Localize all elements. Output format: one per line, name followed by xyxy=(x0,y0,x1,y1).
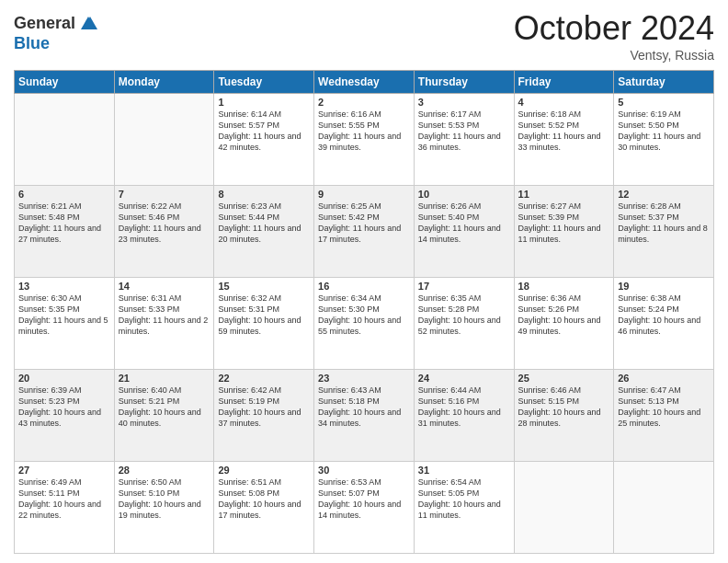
day-number: 3 xyxy=(418,97,510,108)
logo-blue-text: Blue xyxy=(14,35,99,53)
table-row: 14Sunrise: 6:31 AMSunset: 5:33 PMDayligh… xyxy=(114,278,214,370)
day-info: Sunrise: 6:35 AMSunset: 5:28 PMDaylight:… xyxy=(418,293,510,338)
table-row: 8Sunrise: 6:23 AMSunset: 5:44 PMDaylight… xyxy=(214,186,314,278)
day-info: Sunrise: 6:27 AMSunset: 5:39 PMDaylight:… xyxy=(518,201,610,246)
day-number: 25 xyxy=(518,373,610,384)
col-monday: Monday xyxy=(114,71,214,94)
table-row xyxy=(514,462,614,554)
day-number: 17 xyxy=(418,281,510,292)
day-info: Sunrise: 6:53 AMSunset: 5:07 PMDaylight:… xyxy=(318,477,410,522)
header: General Blue October 2024 Ventsy, Russia xyxy=(14,9,714,63)
table-row xyxy=(614,462,714,554)
col-tuesday: Tuesday xyxy=(214,71,314,94)
day-number: 1 xyxy=(218,97,310,108)
day-info: Sunrise: 6:54 AMSunset: 5:05 PMDaylight:… xyxy=(418,477,510,522)
col-thursday: Thursday xyxy=(414,71,514,94)
day-info: Sunrise: 6:19 AMSunset: 5:50 PMDaylight:… xyxy=(618,109,710,154)
table-row: 1Sunrise: 6:14 AMSunset: 5:57 PMDaylight… xyxy=(214,94,314,186)
table-row: 13Sunrise: 6:30 AMSunset: 5:35 PMDayligh… xyxy=(15,278,115,370)
table-row: 16Sunrise: 6:34 AMSunset: 5:30 PMDayligh… xyxy=(314,278,415,370)
day-info: Sunrise: 6:14 AMSunset: 5:57 PMDaylight:… xyxy=(218,109,310,154)
table-row: 31Sunrise: 6:54 AMSunset: 5:05 PMDayligh… xyxy=(414,462,514,554)
day-info: Sunrise: 6:47 AMSunset: 5:13 PMDaylight:… xyxy=(618,385,710,430)
calendar: Sunday Monday Tuesday Wednesday Thursday… xyxy=(14,70,714,554)
day-number: 5 xyxy=(618,97,710,108)
table-row: 23Sunrise: 6:43 AMSunset: 5:18 PMDayligh… xyxy=(314,370,415,462)
day-number: 12 xyxy=(618,189,710,200)
day-number: 29 xyxy=(218,465,310,476)
logo-general-text: General xyxy=(14,15,75,33)
logo-icon xyxy=(77,13,99,35)
table-row: 11Sunrise: 6:27 AMSunset: 5:39 PMDayligh… xyxy=(514,186,614,278)
day-number: 20 xyxy=(18,373,110,384)
table-row: 21Sunrise: 6:40 AMSunset: 5:21 PMDayligh… xyxy=(114,370,214,462)
day-info: Sunrise: 6:46 AMSunset: 5:15 PMDaylight:… xyxy=(518,385,610,430)
day-number: 26 xyxy=(618,373,710,384)
table-row: 22Sunrise: 6:42 AMSunset: 5:19 PMDayligh… xyxy=(214,370,314,462)
day-number: 7 xyxy=(119,189,210,200)
table-row xyxy=(114,94,214,186)
day-info: Sunrise: 6:28 AMSunset: 5:37 PMDaylight:… xyxy=(618,201,710,246)
day-info: Sunrise: 6:17 AMSunset: 5:53 PMDaylight:… xyxy=(418,109,510,154)
day-info: Sunrise: 6:22 AMSunset: 5:46 PMDaylight:… xyxy=(119,201,210,246)
page: General Blue October 2024 Ventsy, Russia… xyxy=(0,0,728,563)
day-number: 19 xyxy=(618,281,710,292)
calendar-week-row: 27Sunrise: 6:49 AMSunset: 5:11 PMDayligh… xyxy=(15,462,714,554)
table-row: 30Sunrise: 6:53 AMSunset: 5:07 PMDayligh… xyxy=(314,462,415,554)
logo: General Blue xyxy=(14,13,99,53)
day-number: 10 xyxy=(418,189,510,200)
day-info: Sunrise: 6:50 AMSunset: 5:10 PMDaylight:… xyxy=(119,477,210,522)
table-row: 27Sunrise: 6:49 AMSunset: 5:11 PMDayligh… xyxy=(15,462,115,554)
day-info: Sunrise: 6:31 AMSunset: 5:33 PMDaylight:… xyxy=(119,293,210,338)
day-info: Sunrise: 6:21 AMSunset: 5:48 PMDaylight:… xyxy=(18,201,110,246)
day-number: 21 xyxy=(119,373,210,384)
table-row: 17Sunrise: 6:35 AMSunset: 5:28 PMDayligh… xyxy=(414,278,514,370)
day-info: Sunrise: 6:49 AMSunset: 5:11 PMDaylight:… xyxy=(18,477,110,522)
day-number: 2 xyxy=(318,97,410,108)
title-section: October 2024 Ventsy, Russia xyxy=(514,9,714,63)
day-info: Sunrise: 6:43 AMSunset: 5:18 PMDaylight:… xyxy=(318,385,410,430)
day-info: Sunrise: 6:42 AMSunset: 5:19 PMDaylight:… xyxy=(218,385,310,430)
table-row: 3Sunrise: 6:17 AMSunset: 5:53 PMDaylight… xyxy=(414,94,514,186)
table-row: 26Sunrise: 6:47 AMSunset: 5:13 PMDayligh… xyxy=(614,370,714,462)
calendar-week-row: 20Sunrise: 6:39 AMSunset: 5:23 PMDayligh… xyxy=(15,370,714,462)
day-info: Sunrise: 6:39 AMSunset: 5:23 PMDaylight:… xyxy=(18,385,110,430)
day-info: Sunrise: 6:38 AMSunset: 5:24 PMDaylight:… xyxy=(618,293,710,338)
day-number: 24 xyxy=(418,373,510,384)
day-number: 6 xyxy=(18,189,110,200)
table-row: 12Sunrise: 6:28 AMSunset: 5:37 PMDayligh… xyxy=(614,186,714,278)
day-number: 4 xyxy=(518,97,610,108)
day-number: 8 xyxy=(218,189,310,200)
month-title: October 2024 xyxy=(514,9,714,48)
day-info: Sunrise: 6:40 AMSunset: 5:21 PMDaylight:… xyxy=(119,385,210,430)
day-number: 14 xyxy=(119,281,210,292)
day-number: 16 xyxy=(318,281,410,292)
day-info: Sunrise: 6:16 AMSunset: 5:55 PMDaylight:… xyxy=(318,109,410,154)
table-row: 15Sunrise: 6:32 AMSunset: 5:31 PMDayligh… xyxy=(214,278,314,370)
day-info: Sunrise: 6:23 AMSunset: 5:44 PMDaylight:… xyxy=(218,201,310,246)
table-row: 25Sunrise: 6:46 AMSunset: 5:15 PMDayligh… xyxy=(514,370,614,462)
table-row: 20Sunrise: 6:39 AMSunset: 5:23 PMDayligh… xyxy=(15,370,115,462)
day-number: 22 xyxy=(218,373,310,384)
day-number: 9 xyxy=(318,189,410,200)
day-number: 18 xyxy=(518,281,610,292)
day-info: Sunrise: 6:18 AMSunset: 5:52 PMDaylight:… xyxy=(518,109,610,154)
table-row: 18Sunrise: 6:36 AMSunset: 5:26 PMDayligh… xyxy=(514,278,614,370)
day-number: 30 xyxy=(318,465,410,476)
table-row: 5Sunrise: 6:19 AMSunset: 5:50 PMDaylight… xyxy=(614,94,714,186)
day-number: 15 xyxy=(218,281,310,292)
calendar-week-row: 13Sunrise: 6:30 AMSunset: 5:35 PMDayligh… xyxy=(15,278,714,370)
day-info: Sunrise: 6:44 AMSunset: 5:16 PMDaylight:… xyxy=(418,385,510,430)
day-info: Sunrise: 6:30 AMSunset: 5:35 PMDaylight:… xyxy=(18,293,110,338)
table-row: 24Sunrise: 6:44 AMSunset: 5:16 PMDayligh… xyxy=(414,370,514,462)
table-row: 2Sunrise: 6:16 AMSunset: 5:55 PMDaylight… xyxy=(314,94,415,186)
col-wednesday: Wednesday xyxy=(314,71,415,94)
col-friday: Friday xyxy=(514,71,614,94)
calendar-header-row: Sunday Monday Tuesday Wednesday Thursday… xyxy=(15,71,714,94)
day-info: Sunrise: 6:36 AMSunset: 5:26 PMDaylight:… xyxy=(518,293,610,338)
location: Ventsy, Russia xyxy=(514,48,714,63)
table-row: 6Sunrise: 6:21 AMSunset: 5:48 PMDaylight… xyxy=(15,186,115,278)
table-row: 19Sunrise: 6:38 AMSunset: 5:24 PMDayligh… xyxy=(614,278,714,370)
table-row: 7Sunrise: 6:22 AMSunset: 5:46 PMDaylight… xyxy=(114,186,214,278)
table-row xyxy=(15,94,115,186)
